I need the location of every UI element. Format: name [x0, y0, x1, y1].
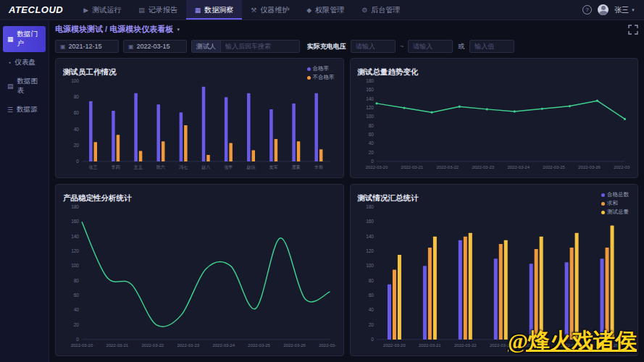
sidebar-item-dashboard[interactable]: ◔ 仪表盘 — [3, 54, 46, 71]
svg-text:陈六: 陈六 — [156, 164, 165, 170]
app-root: ATECLOUD ▶ 测试运行 ▤ 记录报告 ▦ 数据洞察 ⚒ 仪器维护 ◆ 权… — [0, 0, 644, 362]
voltage-max-input[interactable] — [409, 43, 452, 50]
watermark: @烽火戏诸侯 — [508, 327, 637, 356]
svg-text:2022-03-25: 2022-03-25 — [248, 343, 270, 348]
sidebar-item-label: 数据源 — [17, 105, 38, 114]
start-date-input[interactable] — [69, 43, 114, 50]
svg-text:60: 60 — [74, 292, 80, 298]
svg-text:80: 80 — [74, 94, 80, 99]
svg-text:2022-03-21: 2022-03-21 — [419, 343, 441, 348]
range-separator: ~ — [400, 43, 403, 50]
legend-dot-icon — [601, 193, 605, 197]
fullscreen-icon[interactable] — [628, 25, 638, 35]
svg-text:2022-03-23: 2022-03-23 — [472, 165, 494, 169]
svg-text:0: 0 — [76, 159, 79, 164]
top-navbar: ATECLOUD ▶ 测试运行 ▤ 记录报告 ▦ 数据洞察 ⚒ 仪器维护 ◆ 权… — [0, 0, 644, 20]
svg-text:0: 0 — [76, 337, 79, 342]
svg-text:100: 100 — [71, 263, 79, 268]
line-chart-stability[interactable]: 0204060801001201401601802022-03-202022-0… — [63, 201, 336, 350]
gear-icon: ⚙ — [361, 7, 367, 14]
svg-text:40: 40 — [74, 307, 80, 312]
tester-label: 测试人 — [192, 41, 221, 52]
caret-down-icon: ▼ — [631, 8, 635, 12]
svg-text:120: 120 — [366, 248, 374, 253]
legend-item[interactable]: 不合格率 — [307, 74, 335, 81]
svg-text:160: 160 — [366, 87, 374, 92]
svg-text:120: 120 — [366, 105, 374, 110]
report-icon: ▤ — [138, 7, 145, 14]
user-name: 张三 — [614, 5, 629, 15]
nav-item-test-run[interactable]: ▶ 测试运行 — [75, 0, 130, 20]
play-icon: ▶ — [83, 7, 88, 14]
svg-text:2022-03-26: 2022-03-26 — [614, 165, 630, 169]
svg-text:100: 100 — [366, 263, 374, 268]
svg-text:0: 0 — [371, 337, 374, 342]
start-date-picker[interactable]: ▣ — [55, 40, 119, 53]
end-date-picker[interactable]: ▣ — [123, 40, 187, 53]
nav-item-report[interactable]: ▤ 记录报告 — [130, 0, 186, 20]
nav-label: 权限管理 — [315, 5, 344, 15]
legend-item[interactable]: 求和 — [601, 200, 618, 207]
sidebar-item-label: 数据门户 — [17, 30, 41, 49]
svg-text:2022-03-26: 2022-03-26 — [283, 343, 306, 348]
app-logo: ATECLOUD — [0, 0, 75, 20]
svg-text:60: 60 — [74, 110, 80, 115]
bar-chart-tester-performance[interactable]: 020406080100张三李四王五陈六冯七赵八张学赵信友军度素辛斯 — [63, 75, 336, 172]
panel-stability-analysis: 产品稳定性分析统计 0204060801001201401601802022-0… — [55, 184, 344, 356]
svg-text:赵信: 赵信 — [247, 165, 256, 170]
nav-label: 仪器维护 — [260, 5, 289, 15]
nav-item-admin[interactable]: ⚙ 后台管理 — [353, 0, 409, 20]
nav-item-data-insight[interactable]: ▦ 数据洞察 — [186, 0, 243, 20]
svg-text:2022-03-22: 2022-03-22 — [453, 343, 476, 348]
svg-text:2022-03-26: 2022-03-26 — [319, 343, 335, 348]
tester-search-input[interactable] — [221, 43, 299, 50]
end-date-input[interactable] — [137, 43, 182, 50]
legend-label: 不合格率 — [313, 74, 335, 81]
chart-legend: 合格率不合格率 — [307, 65, 335, 81]
chart-legend: 合格总数求和测试总量 — [601, 191, 629, 216]
avatar[interactable] — [598, 4, 609, 15]
svg-text:2022-03-26: 2022-03-26 — [578, 165, 601, 169]
panel-total-trend: 测试总量趋势变化 0204060801001201401601802022-03… — [350, 58, 639, 178]
legend-item[interactable]: 合格率 — [307, 65, 330, 72]
value-box — [469, 40, 514, 53]
legend-label: 合格总数 — [607, 191, 629, 198]
svg-text:120: 120 — [71, 248, 79, 253]
nav-label: 后台管理 — [371, 5, 400, 15]
user-menu[interactable]: 张三 ▼ — [614, 5, 635, 15]
line-chart-total-trend[interactable]: 0204060801001201401601802022-03-202022-0… — [358, 75, 631, 172]
svg-text:40: 40 — [368, 140, 374, 146]
tester-search-group: 测试人 — [191, 40, 300, 53]
nav-item-permissions[interactable]: ◆ 权限管理 — [298, 0, 353, 20]
app-body: ▦ 数据门户 ◔ 仪表盘 ▤ 数据图表 ☰ 数据源 电源模块测试 / 电源模块仪… — [0, 20, 644, 362]
svg-text:80: 80 — [74, 278, 80, 283]
sidebar-item-data-charts[interactable]: ▤ 数据图表 — [3, 73, 46, 99]
svg-text:0: 0 — [371, 159, 374, 164]
svg-text:赵八: 赵八 — [201, 165, 210, 170]
svg-text:100: 100 — [71, 78, 79, 83]
shield-icon: ◆ — [306, 7, 311, 14]
legend-label: 测试总量 — [607, 209, 629, 216]
voltage-min-input[interactable] — [351, 43, 395, 50]
svg-text:140: 140 — [366, 234, 374, 239]
svg-text:辛斯: 辛斯 — [314, 165, 323, 169]
legend-dot-icon — [307, 76, 311, 80]
nav-item-instrument[interactable]: ⚒ 仪器维护 — [242, 0, 298, 20]
legend-item[interactable]: 合格总数 — [601, 191, 629, 198]
sidebar-item-data-portal[interactable]: ▦ 数据门户 — [3, 26, 46, 52]
breadcrumb[interactable]: 电源模块测试 / 电源模块仪表看板 ▼ — [55, 24, 180, 35]
help-icon[interactable]: ? — [582, 5, 592, 14]
svg-text:张学: 张学 — [224, 165, 233, 170]
value-input[interactable] — [470, 43, 514, 50]
svg-text:2022-03-24: 2022-03-24 — [212, 343, 235, 348]
main-nav: ▶ 测试运行 ▤ 记录报告 ▦ 数据洞察 ⚒ 仪器维护 ◆ 权限管理 ⚙ 后台管… — [75, 0, 409, 20]
voltage-max-box — [408, 40, 453, 53]
sidebar-item-data-source[interactable]: ☰ 数据源 — [3, 101, 46, 118]
svg-text:2022-03-21: 2022-03-21 — [401, 165, 423, 169]
legend-item[interactable]: 测试总量 — [601, 209, 629, 216]
voltage-min-box — [351, 40, 396, 53]
svg-text:2022-03-23: 2022-03-23 — [177, 343, 199, 348]
calendar-icon: ▣ — [60, 43, 66, 50]
calendar-icon: ▣ — [128, 43, 134, 50]
svg-text:友军: 友军 — [269, 164, 278, 169]
